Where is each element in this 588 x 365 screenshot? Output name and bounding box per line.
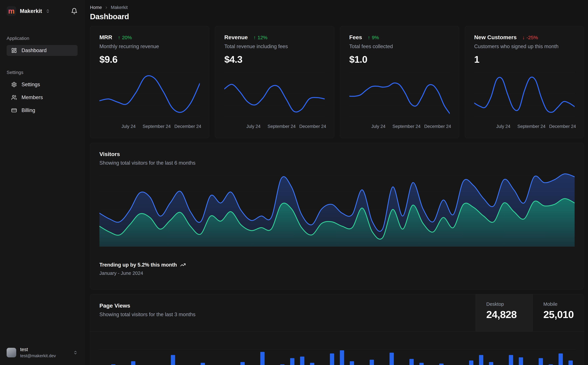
sidebar-item-label: Members bbox=[21, 94, 43, 100]
sidebar: m Makerkit Application Dashboard Setting… bbox=[0, 0, 84, 365]
x-tick: December 24 bbox=[174, 124, 201, 129]
chevrons-up-down-icon[interactable] bbox=[46, 9, 50, 13]
sidebar-item-label: Billing bbox=[21, 107, 35, 113]
credit-card-icon bbox=[11, 108, 17, 113]
toggle-label: Mobile bbox=[543, 302, 584, 307]
workspace-selector[interactable]: Makerkit bbox=[20, 8, 42, 14]
stat-description: Total fees collected bbox=[349, 43, 450, 49]
stat-description: Customers who signed up this month bbox=[474, 43, 574, 49]
x-tick: December 24 bbox=[424, 124, 451, 129]
page-views-card: Page Views Showing total visitors for th… bbox=[90, 294, 584, 365]
stat-card-fees: Fees ↑ 9% Total fees collected $1.0 July… bbox=[340, 26, 459, 138]
page-views-subtitle: Showing total visitors for the last 3 mo… bbox=[99, 312, 466, 317]
visitors-area-chart bbox=[99, 172, 574, 247]
trend-value: 20% bbox=[122, 35, 132, 40]
x-axis-labels: July 24 September 24 December 24 bbox=[99, 123, 200, 130]
stat-value: $1.0 bbox=[349, 54, 450, 65]
breadcrumb-home[interactable]: Home bbox=[90, 5, 102, 10]
sidebar-nav-application: Dashboard bbox=[7, 45, 78, 56]
layout-dashboard-icon bbox=[11, 48, 17, 53]
stat-card-mrr: MRR ↑ 20% Monthly recurring revenue $9.6… bbox=[90, 26, 209, 138]
trend-up-arrow-icon: ↑ bbox=[368, 35, 370, 40]
visitors-subtitle: Showing total visitors for the last 6 mo… bbox=[99, 160, 574, 166]
stat-value: $4.3 bbox=[224, 54, 325, 65]
user-menu[interactable]: test test@makerkit.dev bbox=[7, 347, 78, 358]
avatar bbox=[7, 348, 16, 357]
sidebar-nav-settings: Settings Members Billing bbox=[7, 79, 78, 116]
stat-title: New Customers bbox=[474, 34, 517, 41]
trend-badge: ↓ -25% bbox=[522, 35, 538, 40]
logo-letter: m bbox=[8, 7, 14, 15]
stat-cards-row: MRR ↑ 20% Monthly recurring revenue $9.6… bbox=[90, 26, 584, 138]
trend-badge: ↑ 20% bbox=[118, 35, 132, 40]
stat-description: Total revenue including fees bbox=[224, 43, 325, 49]
visitors-card: Visitors Showing total visitors for the … bbox=[90, 143, 584, 289]
x-tick: September 24 bbox=[268, 124, 296, 129]
stat-value: $9.6 bbox=[99, 54, 200, 65]
chevrons-up-down-icon bbox=[73, 351, 78, 355]
x-tick: December 24 bbox=[299, 124, 326, 129]
x-tick: July 24 bbox=[121, 124, 136, 129]
sidebar-item-label: Settings bbox=[21, 82, 40, 88]
makerkit-logo: m bbox=[7, 6, 16, 16]
sidebar-item-members[interactable]: Members bbox=[7, 92, 78, 103]
x-axis-labels: July 24 September 24 December 24 bbox=[224, 123, 325, 130]
x-tick: December 24 bbox=[549, 124, 576, 129]
toggle-value: 25,010 bbox=[543, 309, 584, 320]
x-tick: September 24 bbox=[393, 124, 421, 129]
app-root: m Makerkit Application Dashboard Setting… bbox=[0, 0, 588, 365]
visitors-date-range: January - June 2024 bbox=[99, 271, 574, 276]
fees-sparkline-chart bbox=[349, 71, 450, 122]
user-email: test@makerkit.dev bbox=[20, 353, 56, 358]
page-views-bar-chart bbox=[98, 332, 576, 365]
bell-icon[interactable] bbox=[71, 8, 78, 14]
stat-title: MRR bbox=[99, 34, 112, 41]
sidebar-header: m Makerkit bbox=[7, 6, 78, 16]
trend-up-arrow-icon: ↑ bbox=[253, 35, 256, 40]
x-axis-labels: July 24 September 24 December 24 bbox=[474, 123, 574, 130]
stat-card-revenue: Revenue ↑ 12% Total revenue including fe… bbox=[215, 26, 334, 138]
sidebar-item-settings[interactable]: Settings bbox=[7, 79, 78, 90]
page-views-header: Page Views Showing total visitors for th… bbox=[90, 294, 584, 332]
page-views-toggles: Desktop 24,828 Mobile 25,010 bbox=[476, 294, 584, 331]
x-tick: July 24 bbox=[496, 124, 510, 129]
x-tick: September 24 bbox=[517, 124, 546, 129]
revenue-sparkline-chart bbox=[224, 71, 325, 122]
stat-title: Fees bbox=[349, 34, 362, 41]
breadcrumb: Home Makerkit bbox=[90, 5, 584, 10]
sidebar-section-settings: Settings bbox=[7, 70, 78, 75]
x-tick: July 24 bbox=[246, 124, 261, 129]
trend-badge: ↑ 12% bbox=[253, 35, 267, 40]
trend-badge: ↑ 9% bbox=[368, 35, 379, 40]
trend-value: 9% bbox=[372, 35, 379, 40]
sidebar-item-dashboard[interactable]: Dashboard bbox=[7, 45, 78, 56]
user-meta: test test@makerkit.dev bbox=[20, 347, 56, 358]
new-customers-sparkline-chart bbox=[474, 71, 574, 122]
trend-down-arrow-icon: ↓ bbox=[522, 35, 525, 40]
breadcrumb-current: Makerkit bbox=[111, 5, 128, 10]
page-views-title: Page Views bbox=[99, 302, 466, 309]
chevron-right-icon bbox=[104, 6, 108, 9]
toggle-value: 24,828 bbox=[486, 309, 533, 320]
mrr-sparkline-chart bbox=[99, 71, 200, 122]
page-title: Dashboard bbox=[90, 12, 584, 21]
gear-icon bbox=[11, 82, 17, 87]
visitors-trend-text: Trending up by 5.2% this month bbox=[99, 262, 177, 268]
sidebar-item-billing[interactable]: Billing bbox=[7, 105, 78, 116]
user-name: test bbox=[20, 347, 56, 352]
sidebar-item-label: Dashboard bbox=[21, 48, 47, 53]
stat-value: 1 bbox=[474, 54, 574, 65]
main-content: Home Makerkit Dashboard MRR ↑ 20% Monthl… bbox=[84, 0, 588, 365]
trending-up-icon bbox=[180, 262, 186, 268]
visitors-footer: Trending up by 5.2% this month January -… bbox=[99, 262, 574, 276]
toggle-mobile[interactable]: Mobile 25,010 bbox=[533, 294, 584, 331]
visitors-title: Visitors bbox=[99, 151, 574, 157]
trend-value: 12% bbox=[257, 35, 267, 40]
stat-title: Revenue bbox=[224, 34, 248, 41]
trend-value: -25% bbox=[526, 35, 538, 40]
stat-description: Monthly recurring revenue bbox=[99, 43, 200, 49]
trend-up-arrow-icon: ↑ bbox=[118, 35, 120, 40]
toggle-desktop[interactable]: Desktop 24,828 bbox=[476, 294, 533, 331]
sidebar-section-application: Application bbox=[7, 36, 78, 41]
x-tick: July 24 bbox=[371, 124, 386, 129]
